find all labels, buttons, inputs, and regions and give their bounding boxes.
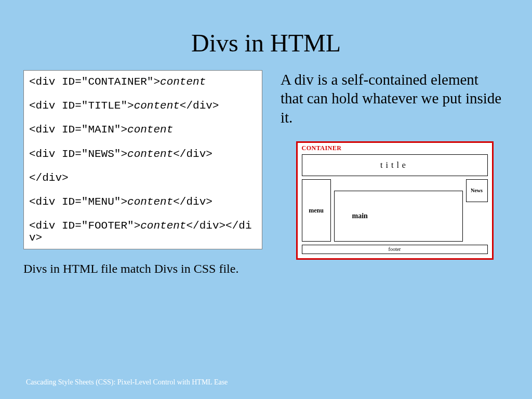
code-text: <div ID="TITLE"> [29,100,134,112]
diagram-main-wrap: main [334,179,463,242]
code-text: <div ID="FOOTER"> [29,220,140,232]
code-content: content [127,124,173,136]
diagram-news-box: News [466,179,488,202]
code-content: content [140,220,186,232]
content-columns: <div ID="CONTAINER">content <div ID="TIT… [0,70,532,276]
code-content: content [127,148,173,160]
left-column: <div ID="CONTAINER">content <div ID="TIT… [23,70,262,276]
code-text: <div ID="MAIN"> [29,124,127,136]
code-text: <div ID="CONTAINER"> [29,76,160,88]
diagram-title-box: title [302,154,488,176]
code-text: </div> [173,148,212,160]
slide-title: Divs in HTML [0,0,532,70]
body-paragraph: A div is a self-contained element that c… [281,70,509,127]
code-text: </div> [173,196,212,208]
code-content: content [134,100,180,112]
right-column: A div is a self-contained element that c… [273,70,509,276]
diagram-main-box: main [334,191,463,242]
code-text: </div> [180,100,219,112]
diagram-container-label: CONTAINER [302,144,488,152]
diagram-footer-box: footer [302,245,488,254]
slide-footer-text: Cascading Style Sheets (CSS): Pixel-Leve… [26,378,228,387]
layout-diagram: CONTAINER title menu main News footer [296,141,494,260]
diagram-middle-row: menu main News [302,179,488,242]
code-text: <div ID="MENU"> [29,196,127,208]
code-content: content [160,76,206,88]
layout-diagram-wrap: CONTAINER title menu main News footer [281,141,509,260]
code-text: <div ID="NEWS"> [29,148,127,160]
diagram-menu-box: menu [302,179,331,242]
code-example-box: <div ID="CONTAINER">content <div ID="TIT… [23,70,262,249]
caption-text: Divs in HTML file match Divs in CSS file… [23,262,262,276]
code-text: </div> [29,172,69,184]
code-content: content [127,196,173,208]
